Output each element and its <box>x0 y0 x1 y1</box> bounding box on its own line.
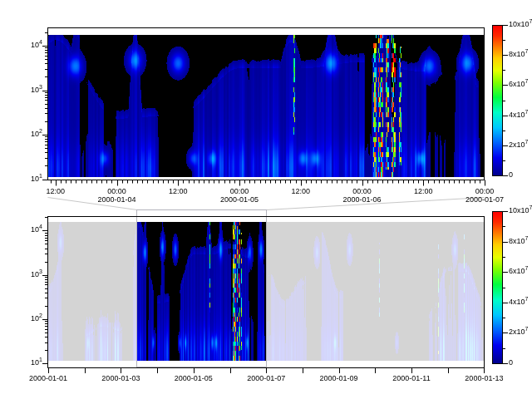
spectrogram-canvas[interactable] <box>0 0 532 399</box>
spectrogram-figure: 12:0000:002000-01-0412:0000:002000-01-05… <box>0 0 532 399</box>
zoom-selection-box[interactable] <box>136 209 266 367</box>
